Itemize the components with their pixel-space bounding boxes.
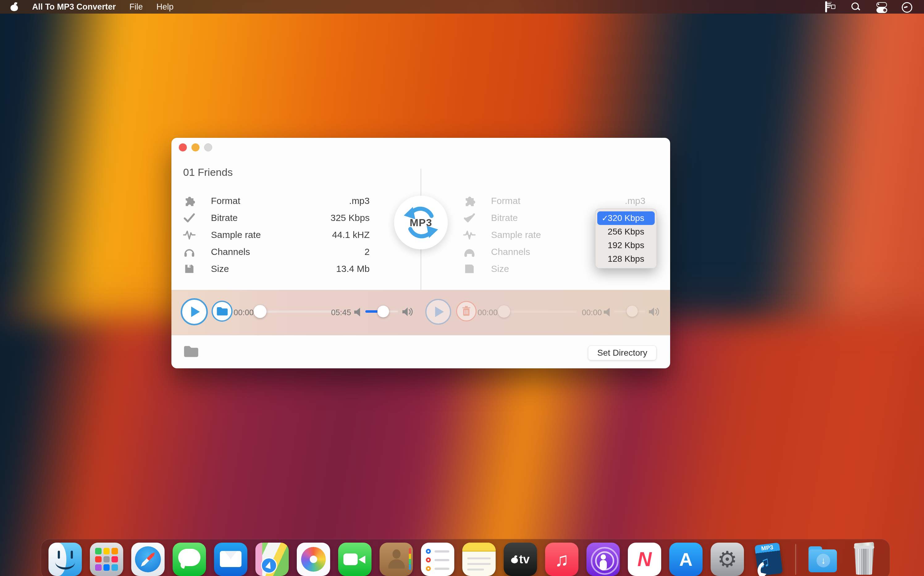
menu-item-file[interactable]: File bbox=[129, 2, 143, 12]
app-window: 01 Friends Format .mp3 Bitrate 325 Kbps … bbox=[171, 138, 670, 368]
volume-high-icon bbox=[649, 307, 660, 317]
gear-icon: ⚙ bbox=[717, 548, 737, 570]
dock-safari-icon[interactable] bbox=[131, 542, 164, 576]
dock: tv ♫ N A ⚙ MP3♫ ↓ bbox=[41, 539, 890, 576]
target-progress-thumb[interactable] bbox=[498, 305, 510, 318]
desktop: All To MP3 Converter File Help 01 Friend… bbox=[0, 0, 924, 576]
target-elapsed-time: 00:00 bbox=[477, 308, 499, 317]
target-duration: 00:00 bbox=[581, 308, 602, 317]
output-folder-icon[interactable] bbox=[183, 345, 199, 359]
target-play-button[interactable] bbox=[425, 299, 451, 325]
bitrate-option-128[interactable]: 128 Kbps bbox=[597, 252, 655, 266]
target-volume-thumb[interactable] bbox=[627, 306, 638, 317]
dock-reminders-icon[interactable] bbox=[421, 542, 454, 576]
menu-item-help[interactable]: Help bbox=[156, 2, 174, 12]
set-directory-button[interactable]: Set Directory bbox=[588, 346, 657, 360]
dock-podcasts-icon[interactable] bbox=[586, 542, 620, 576]
menu-app-name[interactable]: All To MP3 Converter bbox=[32, 2, 116, 12]
appstore-letter-glyph: A bbox=[679, 549, 693, 570]
dock-trash-icon[interactable] bbox=[847, 542, 881, 576]
dock-downloads-icon[interactable]: ↓ bbox=[806, 542, 839, 576]
keyboard-window-icon[interactable] bbox=[825, 2, 837, 11]
clock-icon[interactable] bbox=[901, 2, 913, 11]
bitrate-option-label: 320 Kbps bbox=[608, 213, 644, 223]
set-directory-label: Set Directory bbox=[597, 348, 647, 358]
dock-settings-icon[interactable]: ⚙ bbox=[710, 542, 744, 576]
dock-mail-icon[interactable] bbox=[214, 542, 247, 576]
dock-photos-icon[interactable] bbox=[297, 542, 330, 576]
dock-appstore-icon[interactable]: A bbox=[669, 542, 702, 576]
bitrate-dropdown-menu: ✓ 320 Kbps 256 Kbps 192 Kbps 128 Kbps bbox=[595, 209, 657, 269]
delete-button[interactable] bbox=[456, 301, 477, 322]
dock-mp3-converter-icon[interactable]: MP3♫ bbox=[752, 542, 785, 576]
dock-finder-icon[interactable] bbox=[48, 542, 82, 576]
checkmark-icon: ✓ bbox=[602, 211, 608, 225]
tv-label: tv bbox=[519, 553, 530, 566]
bitrate-option-320[interactable]: ✓ 320 Kbps bbox=[597, 211, 655, 225]
dock-messages-icon[interactable] bbox=[172, 542, 206, 576]
menu-bar: All To MP3 Converter File Help bbox=[0, 0, 924, 14]
mp3-doc-label: MP3 bbox=[755, 543, 780, 553]
dock-launchpad-icon[interactable] bbox=[90, 542, 123, 576]
news-letter-glyph: N bbox=[637, 548, 652, 571]
target-progress-track[interactable] bbox=[504, 310, 576, 313]
bitrate-option-label: 128 Kbps bbox=[608, 254, 644, 264]
apple-menu-icon[interactable] bbox=[11, 2, 18, 11]
bitrate-option-label: 192 Kbps bbox=[608, 240, 644, 250]
music-note-glyph: ♫ bbox=[555, 549, 569, 570]
dock-news-icon[interactable]: N bbox=[628, 542, 661, 576]
dock-facetime-icon[interactable] bbox=[338, 542, 372, 576]
bitrate-option-192[interactable]: 192 Kbps bbox=[597, 238, 655, 252]
dock-appletv-icon[interactable]: tv bbox=[504, 542, 537, 576]
trash-icon bbox=[461, 306, 471, 317]
dock-divider bbox=[795, 544, 796, 575]
dock-contacts-icon[interactable] bbox=[380, 542, 413, 576]
volume-low-icon bbox=[604, 307, 612, 317]
download-arrow-icon: ↓ bbox=[821, 555, 826, 566]
bitrate-option-256[interactable]: 256 Kbps bbox=[597, 225, 655, 238]
search-icon[interactable] bbox=[851, 2, 862, 11]
dock-music-icon[interactable]: ♫ bbox=[545, 542, 578, 576]
dock-maps-icon[interactable] bbox=[255, 542, 289, 576]
bitrate-option-label: 256 Kbps bbox=[608, 227, 644, 237]
control-center-icon[interactable] bbox=[876, 2, 887, 11]
dock-notes-icon[interactable] bbox=[462, 542, 496, 576]
play-icon bbox=[435, 307, 444, 317]
